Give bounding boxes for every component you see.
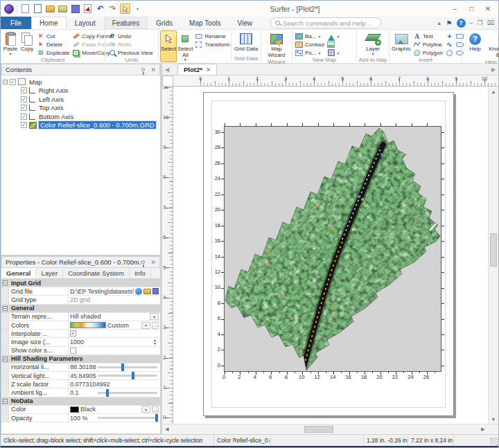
visibility-checkbox[interactable]: ✓ <box>10 79 16 85</box>
tab-scroll-right-icon[interactable]: ▶ <box>489 64 498 75</box>
rename-button[interactable]: Rename <box>193 32 231 40</box>
new-image-map-button[interactable] <box>326 40 340 48</box>
interpolate-checkbox[interactable]: ✓ <box>70 330 76 337</box>
tree-item[interactable]: − ✓ Left Axis <box>3 95 159 104</box>
graphic-button[interactable]: Graphic <box>391 30 412 57</box>
tree-item[interactable]: − ✓ Map <box>3 78 159 87</box>
visibility-checkbox[interactable]: ✓ <box>21 96 27 102</box>
copy-button[interactable]: Copy <box>19 30 35 57</box>
dropdown-icon[interactable]: ▾ <box>150 313 159 320</box>
tree-item[interactable]: − ✓ Right Axis <box>3 87 159 96</box>
open-icon[interactable] <box>45 3 55 14</box>
paste-button[interactable]: Paste▾ <box>2 30 19 57</box>
knowledge-base-button[interactable]: Knowledge Base <box>487 30 499 59</box>
ribbon-tab[interactable]: View <box>229 17 261 29</box>
close-panel-icon[interactable]: ✕ <box>150 66 156 73</box>
horizontal-scroll-thumb[interactable] <box>304 426 333 433</box>
ribbon-tab[interactable]: Map Tools <box>181 17 229 29</box>
doc-minimize-icon[interactable]: – <box>470 19 473 26</box>
tree-item-label[interactable]: Map <box>28 78 43 86</box>
properties-tab[interactable]: General <box>1 268 36 278</box>
properties-tab[interactable]: Info <box>130 268 151 278</box>
insert-text-button[interactable]: AText <box>412 32 444 40</box>
undo-icon[interactable]: ↶ <box>95 3 105 14</box>
import-icon[interactable] <box>58 3 68 14</box>
new-3d-map-button[interactable]: ▾ <box>326 32 340 40</box>
properties-tab[interactable]: Layer <box>36 268 63 278</box>
visibility-checkbox[interactable]: ✓ <box>21 114 27 120</box>
collapse-ribbon-icon[interactable]: ▲ <box>437 20 442 26</box>
select-tool-icon[interactable] <box>120 3 130 14</box>
vertical-light-slider[interactable] <box>98 375 157 377</box>
insert-spline-button[interactable]: ∿ <box>444 40 455 48</box>
delete-button[interactable]: ×Delete <box>35 40 71 48</box>
show-color-scale-checkbox[interactable] <box>70 348 76 354</box>
redo-icon[interactable]: ↷ <box>107 3 118 14</box>
ambient-light-slider[interactable] <box>98 392 157 394</box>
tree-item-label[interactable]: Top Axis <box>37 104 64 111</box>
page[interactable]: 02468101214161820222426 3028262422201816… <box>203 92 454 416</box>
section-nodata[interactable]: − NoData <box>1 397 160 406</box>
opacity-slider[interactable] <box>98 417 157 419</box>
document-tab[interactable]: Plot2* ✕ <box>177 64 217 75</box>
flag-icon[interactable]: ⚑ <box>446 19 453 27</box>
colormap-swatch[interactable] <box>70 322 106 328</box>
save-grid-icon[interactable] <box>152 288 159 294</box>
ribbon-tab[interactable]: Layout <box>67 17 104 29</box>
surfer-logo-icon[interactable] <box>3 3 14 14</box>
vertical-ruler[interactable]: 11109876543210 <box>162 87 173 424</box>
new-base-map-button[interactable]: Ba...▾ <box>294 32 326 40</box>
doc-restore-icon[interactable]: ❐ <box>478 19 483 26</box>
pin-icon[interactable] <box>141 260 145 264</box>
more-options-icon[interactable]: … <box>152 322 159 329</box>
select-button[interactable]: Select <box>160 30 177 62</box>
scroll-right-icon[interactable]: ▶ <box>478 424 488 434</box>
tree-item-label[interactable]: Left Axis <box>37 96 65 103</box>
reload-grid-icon[interactable] <box>135 288 142 295</box>
maximize-button[interactable]: □ <box>464 3 479 15</box>
tree-item-label[interactable]: Color Relief-slice_0.600 - 0.700m.GRD <box>39 121 156 129</box>
tree-item-label[interactable]: Bottom Axis <box>37 113 75 120</box>
scroll-down-icon[interactable]: ▼ <box>489 414 498 424</box>
save-icon[interactable] <box>70 3 80 14</box>
scroll-left-icon[interactable]: ◀ <box>162 424 172 434</box>
pin-icon[interactable] <box>141 68 145 71</box>
close-button[interactable]: ✕ <box>480 3 496 15</box>
tree-item[interactable]: − ✓ Color Relief-slice_0.600 - 0.700m.GR… <box>3 121 159 130</box>
minimize-button[interactable]: – <box>447 3 462 15</box>
ribbon-tab[interactable]: Grids <box>148 17 181 29</box>
tab-close-icon[interactable]: ✕ <box>206 66 211 73</box>
ribbon-tab[interactable]: Features <box>104 17 148 29</box>
insert-polygon-button[interactable]: Polygon <box>412 48 444 57</box>
grid-data-button[interactable]: Grid Data <box>233 30 259 55</box>
horizontal-ruler[interactable]: 012345678910 <box>173 75 498 87</box>
previous-view-button[interactable]: Previous View <box>107 48 155 57</box>
close-panel-icon[interactable]: ✕ <box>150 259 156 266</box>
dropdown-icon[interactable]: ▾ <box>141 322 150 329</box>
tree-item-label[interactable]: Right Axis <box>37 87 69 94</box>
duplicate-button[interactable]: ⊞Duplicate <box>35 48 71 57</box>
visibility-checkbox[interactable]: ✓ <box>21 87 27 93</box>
collapse-icon[interactable]: − <box>3 399 8 404</box>
insert-symbol-button[interactable]: + <box>444 32 455 40</box>
collapse-icon[interactable]: − <box>3 306 8 311</box>
new-contour-map-button[interactable]: Contour <box>294 40 326 48</box>
redo-button[interactable]: ↷Redo <box>107 40 155 48</box>
insert-polyline-button[interactable]: Polyline <box>412 40 444 48</box>
tree-item[interactable]: − ✓ Bottom Axis <box>3 112 159 121</box>
more-options-icon[interactable]: … <box>152 406 159 413</box>
new-post-map-button[interactable]: Po...▾ <box>294 48 326 57</box>
cut-button[interactable]: ✕Cut <box>35 32 71 40</box>
export-icon[interactable] <box>82 3 93 14</box>
visibility-checkbox[interactable]: ✓ <box>21 122 27 128</box>
vertical-scroll-thumb[interactable] <box>490 233 497 267</box>
section-hill-shading[interactable]: − Hill Shading Parameters <box>1 355 160 364</box>
new-worksheet-icon[interactable] <box>33 3 43 14</box>
browse-grid-icon[interactable] <box>143 289 151 294</box>
vertical-scrollbar[interactable]: ▲ ▼ <box>488 87 498 424</box>
doc-close-icon[interactable]: ⌧ <box>487 19 494 26</box>
transform-button[interactable]: Transform <box>193 40 231 48</box>
qat-dropdown-icon[interactable]: ▾ <box>132 3 143 14</box>
layer-button[interactable]: Layer▾ <box>358 30 387 57</box>
properties-tab[interactable]: Coordinate System <box>63 268 130 278</box>
